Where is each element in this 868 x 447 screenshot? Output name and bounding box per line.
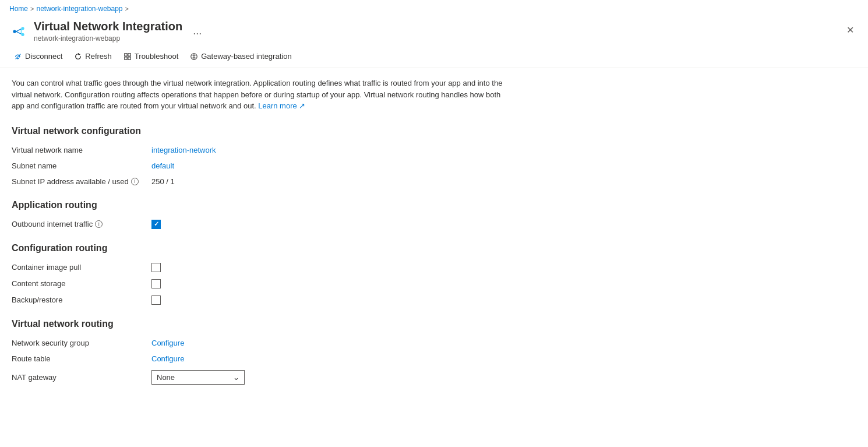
svg-point-2 [21, 33, 24, 36]
vnet-routing-section: Virtual network routing Network security… [12, 319, 513, 385]
subnet-name-value: default [151, 161, 174, 170]
backup-restore-row: Backup/restore [12, 295, 513, 305]
app-routing-title: Application routing [12, 200, 513, 210]
vnet-config-title: Virtual network configuration [12, 126, 513, 136]
content-checkbox-container [151, 279, 161, 288]
outbound-checkbox-container [151, 220, 161, 229]
nat-gateway-row: NAT gateway None ⌄ [12, 370, 513, 385]
more-button[interactable]: ... [188, 23, 206, 40]
disconnect-icon [14, 52, 22, 61]
breadcrumb-sep1: > [30, 5, 34, 12]
content-storage-label: Content storage [12, 279, 151, 288]
backup-checkbox[interactable] [151, 295, 161, 305]
nsg-row: Network security group Configure [12, 339, 513, 347]
container-checkbox-container [151, 263, 161, 272]
svg-rect-8 [128, 53, 130, 55]
page-header: Virtual Network Integration network-inte… [0, 17, 868, 47]
outbound-traffic-label: Outbound internet traffic i [12, 220, 151, 228]
nsg-label: Network security group [12, 339, 151, 347]
nat-gateway-label: NAT gateway [12, 373, 151, 382]
gateway-icon [190, 52, 198, 61]
container-image-label: Container image pull [12, 263, 151, 272]
refresh-icon [74, 52, 82, 61]
breadcrumb-sep2: > [125, 5, 129, 12]
app-routing-section: Application routing Outbound internet tr… [12, 200, 513, 229]
page-title: Virtual Network Integration [34, 20, 182, 33]
vnet-name-value: integration-network [151, 146, 216, 154]
route-table-configure-link[interactable]: Configure [151, 354, 184, 363]
outbound-checkbox[interactable] [151, 220, 161, 229]
toolbar: Disconnect Refresh Troubleshoot Gateway-… [0, 47, 868, 68]
vnet-name-label: Virtual network name [12, 146, 151, 154]
subnet-name-link[interactable]: default [151, 161, 174, 170]
subnet-ip-row: Subnet IP address available / used i 250… [12, 177, 513, 186]
outbound-info-icon[interactable]: i [95, 220, 103, 228]
svg-point-1 [21, 27, 24, 30]
nat-gateway-selected-value: None [157, 373, 175, 382]
nat-gateway-dropdown-container: None ⌄ [151, 370, 245, 385]
main-content: You can control what traffic goes throug… [0, 68, 524, 403]
refresh-button[interactable]: Refresh [69, 50, 117, 63]
breadcrumb: Home > network-integration-webapp > [0, 0, 868, 17]
close-button[interactable]: ✕ [842, 22, 859, 38]
vnet-name-row: Virtual network name integration-network [12, 146, 513, 154]
content-checkbox[interactable] [151, 279, 161, 288]
svg-line-4 [16, 31, 22, 34]
subnet-ip-value: 250 / 1 [151, 177, 175, 186]
outbound-traffic-row: Outbound internet traffic i [12, 220, 513, 229]
route-table-value: Configure [151, 354, 184, 363]
nat-gateway-dropdown[interactable]: None ⌄ [151, 370, 245, 385]
subnet-ip-label: Subnet IP address available / used i [12, 177, 151, 186]
config-routing-section: Configuration routing Container image pu… [12, 243, 513, 305]
troubleshoot-button[interactable]: Troubleshoot [119, 50, 183, 63]
vnet-routing-title: Virtual network routing [12, 319, 513, 329]
troubleshoot-icon [124, 52, 132, 61]
svg-rect-10 [128, 57, 130, 59]
subnet-name-label: Subnet name [12, 161, 151, 170]
breadcrumb-home[interactable]: Home [9, 5, 28, 13]
vnet-config-section: Virtual network configuration Virtual ne… [12, 126, 513, 186]
config-routing-title: Configuration routing [12, 243, 513, 254]
route-table-row: Route table Configure [12, 354, 513, 363]
svg-point-0 [13, 30, 16, 33]
route-table-label: Route table [12, 354, 151, 363]
vnet-name-link[interactable]: integration-network [151, 146, 216, 154]
content-storage-row: Content storage [12, 279, 513, 288]
breadcrumb-app[interactable]: network-integration-webapp [36, 5, 122, 13]
container-checkbox[interactable] [151, 263, 161, 272]
container-image-row: Container image pull [12, 263, 513, 272]
header-title-block: Virtual Network Integration network-inte… [34, 20, 182, 43]
chevron-down-icon: ⌄ [233, 373, 239, 382]
svg-rect-7 [125, 53, 127, 55]
description-text: You can control what traffic goes throug… [12, 78, 513, 112]
header-left: Virtual Network Integration network-inte… [9, 20, 206, 43]
nsg-configure-link[interactable]: Configure [151, 339, 184, 347]
backup-checkbox-container [151, 295, 161, 305]
svg-line-3 [16, 29, 22, 31]
disconnect-button[interactable]: Disconnect [9, 50, 67, 63]
backup-restore-label: Backup/restore [12, 295, 151, 304]
subnet-ip-info-icon[interactable]: i [131, 178, 139, 185]
gateway-integration-button[interactable]: Gateway-based integration [185, 50, 296, 63]
subnet-name-row: Subnet name default [12, 161, 513, 170]
svg-rect-9 [125, 57, 127, 59]
nsg-value: Configure [151, 339, 184, 347]
learn-more-link[interactable]: Learn more ↗ [258, 101, 305, 110]
vnet-icon [9, 22, 28, 41]
page-subtitle: network-integration-webapp [34, 34, 182, 43]
